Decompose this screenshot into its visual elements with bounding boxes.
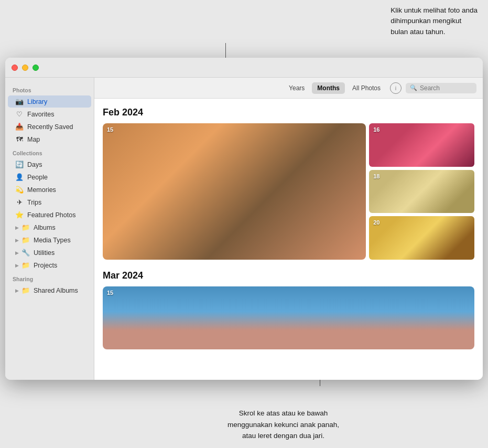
sidebar-item-label: Trips bbox=[27, 199, 41, 206]
sidebar-item-utilities[interactable]: ▶ 🔧 Utilities bbox=[8, 247, 91, 259]
photo-count-feb-3: 20 bbox=[373, 219, 379, 226]
sidebar-section-sharing: Sharing bbox=[5, 272, 94, 284]
tab-months[interactable]: Months bbox=[312, 82, 345, 94]
utilities-icon: 🔧 bbox=[21, 249, 30, 257]
close-button[interactable] bbox=[12, 65, 18, 71]
sidebar-item-trips[interactable]: ✈ Trips bbox=[8, 196, 91, 208]
sidebar-item-favorites[interactable]: ♡ Favorites bbox=[8, 108, 91, 120]
search-bar[interactable]: 🔍 bbox=[406, 83, 476, 93]
sidebar-item-label: Utilities bbox=[34, 249, 55, 257]
sidebar-item-label: Albums bbox=[34, 224, 56, 231]
month-label-mar2024: Mar 2024 bbox=[103, 270, 474, 281]
shared-albums-icon: 📁 bbox=[21, 286, 30, 294]
tab-years[interactable]: Years bbox=[284, 82, 310, 94]
photo-area[interactable]: Feb 2024 15 16 18 bbox=[94, 99, 483, 380]
chevron-right-icon: ▶ bbox=[15, 288, 19, 293]
fullscreen-button[interactable] bbox=[32, 65, 39, 71]
sidebar-item-label: Favorites bbox=[27, 111, 54, 118]
favorites-icon: ♡ bbox=[15, 110, 24, 118]
sidebar-item-shared-albums[interactable]: ▶ 📁 Shared Albums bbox=[8, 284, 91, 296]
sidebar-item-memories[interactable]: 💫 Memories bbox=[8, 184, 91, 196]
photo-main-feb2024[interactable]: 15 bbox=[103, 123, 366, 260]
photo-count-feb-main: 15 bbox=[107, 126, 113, 133]
chevron-right-icon: ▶ bbox=[15, 225, 19, 230]
chevron-right-icon: ▶ bbox=[15, 250, 19, 255]
sidebar-item-label: Map bbox=[27, 136, 40, 143]
sidebar-item-projects[interactable]: ▶ 📁 Projects bbox=[8, 259, 91, 271]
map-icon: 🗺 bbox=[15, 135, 24, 143]
info-button[interactable]: i bbox=[390, 82, 402, 94]
chevron-right-icon: ▶ bbox=[15, 263, 19, 268]
callout-top: Klik untuk melihat foto anda dihimpunkan… bbox=[391, 5, 478, 37]
photo-count-feb-2: 18 bbox=[373, 173, 379, 179]
photos-grid-feb2024: 15 16 18 20 bbox=[103, 123, 474, 260]
search-input[interactable] bbox=[420, 84, 472, 92]
title-bar bbox=[5, 58, 483, 78]
search-icon: 🔍 bbox=[410, 84, 417, 91]
sidebar-item-albums[interactable]: ▶ 📁 Albums bbox=[8, 221, 91, 233]
toolbar: Years Months All Photos i 🔍 bbox=[94, 78, 483, 99]
days-icon: 🔄 bbox=[15, 161, 24, 168]
month-group-mar2024: Mar 2024 15 bbox=[103, 270, 474, 349]
sidebar-item-label: Recently Saved bbox=[27, 123, 73, 131]
photo-side-feb2024: 16 18 20 bbox=[369, 123, 474, 260]
recently-saved-icon: 📥 bbox=[15, 123, 24, 131]
sidebar-item-media-types[interactable]: ▶ 📁 Media Types bbox=[8, 234, 91, 246]
sidebar-item-featured-photos[interactable]: ⭐ Featured Photos bbox=[8, 209, 91, 221]
people-icon: 👤 bbox=[15, 173, 24, 181]
photo-thumb-feb-1[interactable]: 16 bbox=[369, 123, 474, 167]
sidebar-item-days[interactable]: 🔄 Days bbox=[8, 158, 91, 170]
sidebar-section-collections: Collections bbox=[5, 146, 94, 158]
traffic-lights bbox=[12, 65, 39, 71]
featured-photos-icon: ⭐ bbox=[15, 211, 24, 219]
sidebar-item-label: Media Types bbox=[34, 237, 71, 244]
trips-icon: ✈ bbox=[15, 198, 24, 206]
callout-bottom: Skrol ke atas atau ke bawah menggunakan … bbox=[89, 408, 478, 442]
photo-count-mar-main: 15 bbox=[107, 290, 113, 296]
photos-app-window: Photos 📷 Library ♡ Favorites 📥 Recently … bbox=[5, 58, 483, 380]
media-types-icon: 📁 bbox=[21, 236, 30, 244]
sidebar-item-label: Memories bbox=[27, 186, 56, 194]
sidebar-item-library[interactable]: 📷 Library bbox=[8, 95, 91, 108]
photo-thumb-feb-2[interactable]: 18 bbox=[369, 170, 474, 214]
tab-all-photos[interactable]: All Photos bbox=[347, 82, 386, 94]
library-icon: 📷 bbox=[15, 98, 24, 105]
info-icon: i bbox=[395, 85, 396, 91]
sidebar-item-label: Days bbox=[27, 161, 42, 168]
sidebar-item-label: Featured Photos bbox=[27, 211, 75, 219]
memories-icon: 💫 bbox=[15, 186, 24, 194]
month-group-feb2024: Feb 2024 15 16 18 bbox=[103, 107, 474, 260]
month-label-feb2024: Feb 2024 bbox=[103, 107, 474, 118]
projects-icon: 📁 bbox=[21, 261, 30, 269]
sidebar-item-label: Projects bbox=[34, 262, 57, 269]
photo-thumb-feb-3[interactable]: 20 bbox=[369, 216, 474, 260]
sidebar-item-label: Library bbox=[27, 98, 47, 105]
sidebar-item-people[interactable]: 👤 People bbox=[8, 171, 91, 183]
chevron-right-icon: ▶ bbox=[15, 238, 19, 243]
sidebar-item-label: Shared Albums bbox=[34, 287, 78, 294]
photo-main-mar2024[interactable]: 15 bbox=[103, 286, 474, 349]
sidebar-section-photos: Photos bbox=[5, 83, 94, 95]
sidebar-item-label: People bbox=[27, 174, 48, 181]
minimize-button[interactable] bbox=[22, 65, 28, 71]
sidebar-item-map[interactable]: 🗺 Map bbox=[8, 133, 91, 145]
albums-icon: 📁 bbox=[21, 223, 30, 231]
sidebar: Photos 📷 Library ♡ Favorites 📥 Recently … bbox=[5, 78, 94, 380]
content-area: Photos 📷 Library ♡ Favorites 📥 Recently … bbox=[5, 78, 483, 380]
sidebar-item-recently-saved[interactable]: 📥 Recently Saved bbox=[8, 121, 91, 133]
photo-count-feb-1: 16 bbox=[373, 126, 379, 133]
